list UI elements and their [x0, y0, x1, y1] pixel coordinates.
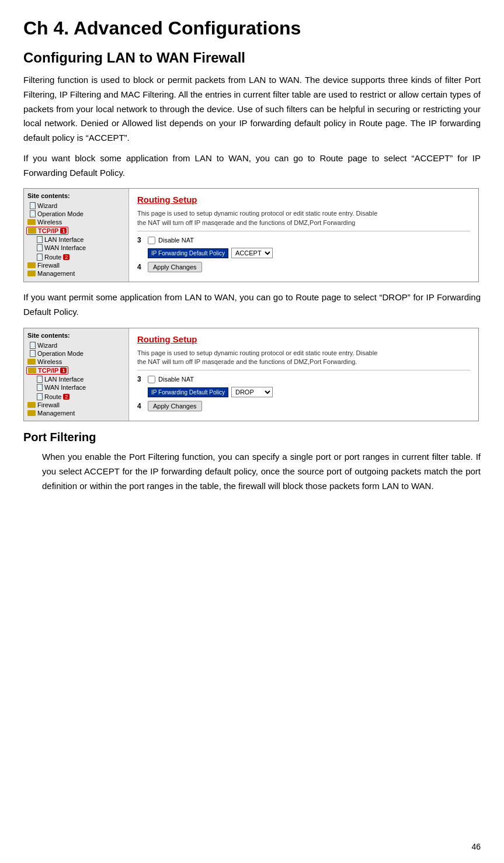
folder-icon — [27, 359, 36, 365]
checkbox-row-1[interactable]: Disable NAT — [148, 237, 194, 244]
sidebar-title-2: Site contents: — [26, 332, 126, 339]
doc-icon: 📄 — [30, 202, 36, 209]
folder-icon — [27, 410, 36, 416]
sidebar-item-route-2[interactable]: 📄 Route 2 — [26, 393, 69, 401]
folder-icon — [27, 219, 36, 225]
body-text-4: When you enable the Port Filtering funct… — [23, 450, 481, 493]
body-text-1: Filtering function is used to block or p… — [23, 73, 481, 145]
doc-icon: 📄 — [30, 210, 36, 217]
badge-4: 2 — [63, 394, 69, 400]
sidebar-item-lanif-1[interactable]: 📄 LAN Interface — [26, 235, 126, 244]
body-text-3: If you want permit some application from… — [23, 290, 481, 320]
policy-select-1[interactable]: ACCEPT DROP — [231, 248, 273, 258]
disable-nat-row-2: 3 Disable NAT — [137, 375, 470, 383]
badge-3: 1 — [60, 368, 67, 373]
apply-row-2: 4 Apply Changes — [137, 401, 470, 411]
doc-icon: 📄 — [30, 350, 36, 357]
checkbox-row-2[interactable]: Disable NAT — [148, 376, 194, 383]
folder-icon — [28, 228, 36, 234]
folder-icon — [27, 402, 36, 408]
folder-icon — [28, 368, 36, 373]
policy-label-2: IP Forwarding Default Policy — [148, 387, 228, 397]
sidebar-title-1: Site contents: — [26, 192, 126, 199]
sidebar-item-opmode-1[interactable]: 📄 Operation Mode — [26, 210, 126, 218]
content-area-2: Routing Setup This page is used to setup… — [129, 328, 478, 421]
sidebar-item-wanif-1[interactable]: 📄 WAN Interface — [26, 244, 126, 252]
policy-label-1: IP Forwarding Default Policy — [148, 248, 228, 258]
disable-nat-label-2: Disable NAT — [158, 376, 194, 383]
sidebar-folder-firewall-1[interactable]: Firewall — [26, 261, 126, 269]
routing-desc-1: This page is used to setup dynamic routi… — [137, 209, 470, 231]
sidebar-item-tcpip-1[interactable]: TCP/IP 1 — [26, 227, 68, 235]
routing-title-1: Routing Setup — [137, 195, 470, 205]
sidebar-item-wizard-2[interactable]: 📄 Wizard — [26, 341, 126, 349]
doc-icon: 📄 — [37, 236, 43, 243]
disable-nat-checkbox-2[interactable] — [148, 376, 155, 383]
screenshot-2: Site contents: 📄 Wizard 📄 Operation Mode… — [23, 328, 479, 422]
disable-nat-label-1: Disable NAT — [158, 237, 194, 244]
apply-changes-button-1[interactable]: Apply Changes — [148, 262, 202, 272]
routing-desc-2: This page is used to setup dynamic routi… — [137, 349, 470, 371]
body-text-2: If you want block some application from … — [23, 151, 481, 181]
label-3-2: 3 — [137, 375, 148, 383]
folder-icon — [27, 271, 36, 276]
sidebar-folder-mgmt-2[interactable]: Management — [26, 409, 126, 417]
sidebar-2: Site contents: 📄 Wizard 📄 Operation Mode… — [24, 328, 129, 421]
doc-icon: 📄 — [37, 244, 43, 251]
apply-row-1: 4 Apply Changes — [137, 262, 470, 272]
sidebar-item-wanif-2[interactable]: 📄 WAN Interface — [26, 383, 126, 391]
doc-icon: 📄 — [37, 376, 43, 383]
sidebar-item-lanif-2[interactable]: 📄 LAN Interface — [26, 375, 126, 383]
sidebar-folder-mgmt-1[interactable]: Management — [26, 269, 126, 278]
doc-icon: 📄 — [37, 254, 43, 261]
label-3-1: 3 — [137, 236, 148, 244]
label-4-1: 4 — [137, 263, 148, 271]
label-4-2: 4 — [137, 402, 148, 410]
content-area-1: Routing Setup This page is used to setup… — [129, 189, 478, 282]
routing-title-2: Routing Setup — [137, 334, 470, 344]
sidebar-item-tcpip-2[interactable]: TCP/IP 1 — [26, 366, 68, 375]
sidebar-folder-wireless-1[interactable]: Wireless — [26, 218, 126, 226]
disable-nat-row-1: 3 Disable NAT — [137, 236, 470, 244]
sidebar-item-wizard-1[interactable]: 📄 Wizard — [26, 202, 126, 210]
apply-changes-button-2[interactable]: Apply Changes — [148, 401, 202, 411]
badge-2: 2 — [63, 254, 69, 260]
sidebar-1: Site contents: 📄 Wizard 📄 Operation Mode… — [24, 189, 129, 282]
sidebar-folder-wireless-2[interactable]: Wireless — [26, 358, 126, 366]
page-number: 46 — [471, 842, 481, 851]
policy-row-2: IP Forwarding Default Policy ACCEPT DROP — [137, 387, 470, 397]
section-title: Configuring LAN to WAN Firewall — [23, 50, 481, 66]
doc-icon: 📄 — [30, 342, 36, 349]
policy-select-2[interactable]: ACCEPT DROP — [231, 387, 273, 397]
sidebar-folder-firewall-2[interactable]: Firewall — [26, 401, 126, 409]
badge-1: 1 — [60, 228, 67, 234]
policy-row-1: IP Forwarding Default Policy ACCEPT DROP — [137, 248, 470, 258]
doc-icon: 📄 — [37, 393, 43, 400]
chapter-title: Ch 4. Advanced Configurations — [23, 18, 481, 39]
doc-icon: 📄 — [37, 384, 43, 391]
sidebar-item-route-1[interactable]: 📄 Route 2 — [26, 253, 69, 261]
sidebar-item-opmode-2[interactable]: 📄 Operation Mode — [26, 349, 126, 358]
disable-nat-checkbox-1[interactable] — [148, 237, 155, 244]
screenshot-1: Site contents: 📄 Wizard 📄 Operation Mode… — [23, 188, 479, 282]
folder-icon — [27, 262, 36, 268]
subsection-title: Port Filtering — [23, 431, 481, 444]
